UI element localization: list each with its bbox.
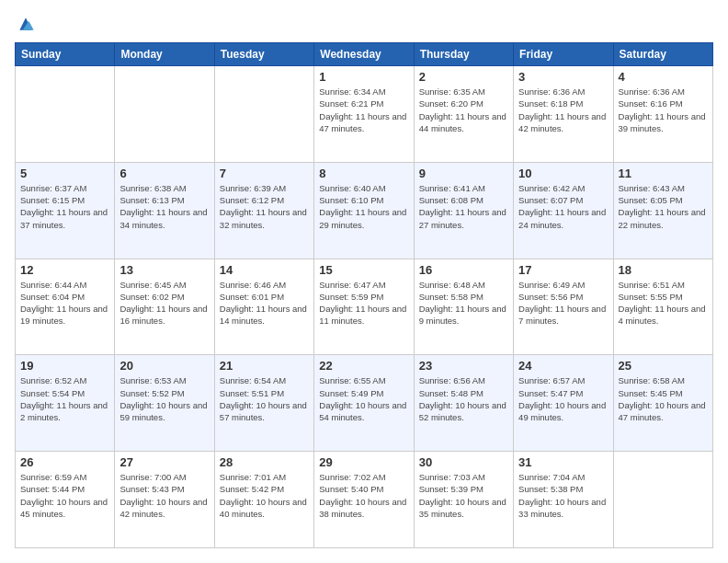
day-cell: 1Sunrise: 6:34 AM Sunset: 6:21 PM Daylig… — [314, 66, 414, 163]
week-row-4: 19Sunrise: 6:52 AM Sunset: 5:54 PM Dayli… — [16, 355, 713, 452]
day-number: 8 — [319, 167, 408, 180]
day-number: 13 — [119, 263, 209, 277]
day-cell: 26Sunrise: 6:59 AM Sunset: 5:44 PM Dayli… — [16, 452, 115, 548]
day-cell: 15Sunrise: 6:47 AM Sunset: 5:59 PM Dayli… — [314, 259, 414, 355]
day-number: 31 — [518, 455, 608, 469]
week-row-3: 12Sunrise: 6:44 AM Sunset: 6:04 PM Dayli… — [16, 259, 713, 355]
day-number: 30 — [419, 455, 508, 469]
weekday-wednesday: Wednesday — [314, 43, 414, 66]
day-number: 16 — [419, 263, 508, 277]
day-number: 20 — [119, 359, 209, 373]
day-cell: 28Sunrise: 7:01 AM Sunset: 5:42 PM Dayli… — [214, 452, 313, 548]
day-number: 25 — [619, 359, 708, 373]
day-cell: 2Sunrise: 6:35 AM Sunset: 6:20 PM Daylig… — [414, 66, 513, 163]
day-number: 21 — [220, 359, 309, 373]
day-info: Sunrise: 6:39 AM Sunset: 6:12 PM Dayligh… — [220, 182, 309, 231]
day-info: Sunrise: 6:49 AM Sunset: 5:56 PM Dayligh… — [518, 279, 608, 327]
day-info: Sunrise: 6:34 AM Sunset: 6:21 PM Dayligh… — [319, 86, 408, 134]
day-info: Sunrise: 6:41 AM Sunset: 6:08 PM Dayligh… — [419, 182, 508, 231]
day-number: 15 — [319, 263, 408, 277]
day-number: 22 — [319, 359, 408, 373]
day-number: 27 — [119, 455, 209, 469]
day-number: 26 — [20, 455, 109, 469]
day-info: Sunrise: 6:38 AM Sunset: 6:13 PM Dayligh… — [119, 182, 209, 231]
day-info: Sunrise: 6:35 AM Sunset: 6:20 PM Dayligh… — [419, 86, 508, 134]
week-row-1: 1Sunrise: 6:34 AM Sunset: 6:21 PM Daylig… — [16, 66, 713, 163]
day-info: Sunrise: 6:46 AM Sunset: 6:01 PM Dayligh… — [220, 279, 309, 327]
day-info: Sunrise: 6:56 AM Sunset: 5:48 PM Dayligh… — [419, 374, 508, 423]
weekday-monday: Monday — [115, 43, 214, 66]
week-row-5: 26Sunrise: 6:59 AM Sunset: 5:44 PM Dayli… — [16, 452, 713, 548]
day-cell — [16, 66, 115, 163]
calendar-table: SundayMondayTuesdayWednesdayThursdayFrid… — [15, 42, 713, 548]
day-cell: 23Sunrise: 6:56 AM Sunset: 5:48 PM Dayli… — [414, 355, 513, 452]
day-info: Sunrise: 7:01 AM Sunset: 5:42 PM Dayligh… — [220, 471, 309, 520]
day-cell: 19Sunrise: 6:52 AM Sunset: 5:54 PM Dayli… — [16, 355, 115, 452]
day-cell: 29Sunrise: 7:02 AM Sunset: 5:40 PM Dayli… — [314, 452, 414, 548]
weekday-friday: Friday — [514, 43, 613, 66]
day-number: 4 — [619, 70, 708, 84]
page: SundayMondayTuesdayWednesdayThursdayFrid… — [0, 0, 728, 563]
day-info: Sunrise: 6:36 AM Sunset: 6:16 PM Dayligh… — [619, 86, 708, 134]
day-cell: 31Sunrise: 7:04 AM Sunset: 5:38 PM Dayli… — [514, 452, 613, 548]
day-cell: 20Sunrise: 6:53 AM Sunset: 5:52 PM Dayli… — [115, 355, 214, 452]
day-info: Sunrise: 7:04 AM Sunset: 5:38 PM Dayligh… — [518, 471, 608, 520]
day-cell: 7Sunrise: 6:39 AM Sunset: 6:12 PM Daylig… — [214, 162, 313, 259]
day-cell: 17Sunrise: 6:49 AM Sunset: 5:56 PM Dayli… — [514, 259, 613, 355]
day-number: 24 — [518, 359, 608, 373]
day-cell: 14Sunrise: 6:46 AM Sunset: 6:01 PM Dayli… — [214, 259, 313, 355]
day-info: Sunrise: 6:42 AM Sunset: 6:07 PM Dayligh… — [518, 182, 608, 231]
day-number: 29 — [319, 455, 408, 469]
logo-icon — [17, 15, 35, 33]
day-info: Sunrise: 7:00 AM Sunset: 5:43 PM Dayligh… — [119, 471, 209, 520]
day-cell: 12Sunrise: 6:44 AM Sunset: 6:04 PM Dayli… — [16, 259, 115, 355]
day-info: Sunrise: 6:52 AM Sunset: 5:54 PM Dayligh… — [20, 374, 109, 423]
day-cell: 27Sunrise: 7:00 AM Sunset: 5:43 PM Dayli… — [115, 452, 214, 548]
day-info: Sunrise: 6:51 AM Sunset: 5:55 PM Dayligh… — [619, 279, 708, 327]
day-info: Sunrise: 6:48 AM Sunset: 5:58 PM Dayligh… — [419, 279, 508, 327]
day-cell: 25Sunrise: 6:58 AM Sunset: 5:45 PM Dayli… — [613, 355, 712, 452]
day-cell: 21Sunrise: 6:54 AM Sunset: 5:51 PM Dayli… — [214, 355, 313, 452]
day-cell — [214, 66, 313, 163]
day-number: 11 — [619, 167, 708, 180]
day-info: Sunrise: 6:40 AM Sunset: 6:10 PM Dayligh… — [319, 182, 408, 231]
day-cell — [115, 66, 214, 163]
day-info: Sunrise: 6:55 AM Sunset: 5:49 PM Dayligh… — [319, 374, 408, 423]
day-number: 9 — [419, 167, 508, 180]
day-info: Sunrise: 6:43 AM Sunset: 6:05 PM Dayligh… — [619, 182, 708, 231]
weekday-tuesday: Tuesday — [214, 43, 313, 66]
day-info: Sunrise: 6:36 AM Sunset: 6:18 PM Dayligh… — [518, 86, 608, 134]
day-cell: 16Sunrise: 6:48 AM Sunset: 5:58 PM Dayli… — [414, 259, 513, 355]
weekday-saturday: Saturday — [613, 43, 712, 66]
day-number: 2 — [419, 70, 508, 84]
day-number: 17 — [518, 263, 608, 277]
header — [15, 15, 713, 33]
week-row-2: 5Sunrise: 6:37 AM Sunset: 6:15 PM Daylig… — [16, 162, 713, 259]
day-cell: 30Sunrise: 7:03 AM Sunset: 5:39 PM Dayli… — [414, 452, 513, 548]
day-info: Sunrise: 6:58 AM Sunset: 5:45 PM Dayligh… — [619, 374, 708, 423]
day-cell: 5Sunrise: 6:37 AM Sunset: 6:15 PM Daylig… — [16, 162, 115, 259]
day-cell: 3Sunrise: 6:36 AM Sunset: 6:18 PM Daylig… — [514, 66, 613, 163]
day-cell: 24Sunrise: 6:57 AM Sunset: 5:47 PM Dayli… — [514, 355, 613, 452]
day-info: Sunrise: 6:44 AM Sunset: 6:04 PM Dayligh… — [20, 279, 109, 327]
day-info: Sunrise: 6:45 AM Sunset: 6:02 PM Dayligh… — [119, 279, 209, 327]
logo — [15, 15, 35, 33]
weekday-sunday: Sunday — [16, 43, 115, 66]
day-info: Sunrise: 6:37 AM Sunset: 6:15 PM Dayligh… — [20, 182, 109, 231]
day-info: Sunrise: 6:53 AM Sunset: 5:52 PM Dayligh… — [119, 374, 209, 423]
day-cell: 4Sunrise: 6:36 AM Sunset: 6:16 PM Daylig… — [613, 66, 712, 163]
day-number: 5 — [20, 167, 109, 180]
day-cell: 10Sunrise: 6:42 AM Sunset: 6:07 PM Dayli… — [514, 162, 613, 259]
day-info: Sunrise: 6:47 AM Sunset: 5:59 PM Dayligh… — [319, 279, 408, 327]
day-number: 19 — [20, 359, 109, 373]
day-info: Sunrise: 7:02 AM Sunset: 5:40 PM Dayligh… — [319, 471, 408, 520]
day-number: 6 — [119, 167, 209, 180]
day-cell: 18Sunrise: 6:51 AM Sunset: 5:55 PM Dayli… — [613, 259, 712, 355]
day-number: 18 — [619, 263, 708, 277]
day-cell: 22Sunrise: 6:55 AM Sunset: 5:49 PM Dayli… — [314, 355, 414, 452]
day-info: Sunrise: 6:59 AM Sunset: 5:44 PM Dayligh… — [20, 471, 109, 520]
day-number: 28 — [220, 455, 309, 469]
day-info: Sunrise: 6:57 AM Sunset: 5:47 PM Dayligh… — [518, 374, 608, 423]
weekday-header-row: SundayMondayTuesdayWednesdayThursdayFrid… — [16, 43, 713, 66]
day-number: 1 — [319, 70, 408, 84]
